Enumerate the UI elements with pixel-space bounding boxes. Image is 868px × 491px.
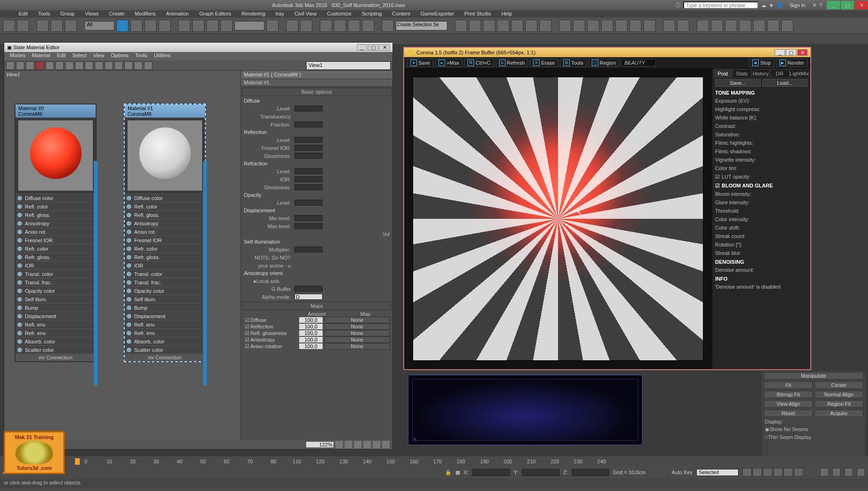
map-checkbox[interactable]: ☑ — [244, 337, 250, 343]
mat1-mr-connection[interactable]: mr Connection — [125, 354, 205, 361]
mat1-slot-11[interactable]: Opacity color — [125, 286, 205, 295]
corona-tab-lightmix[interactable]: LightMix — [789, 69, 809, 78]
mat1-slot-8[interactable]: IOR — [125, 261, 205, 269]
map-amount-input[interactable]: 100,0 — [299, 330, 323, 336]
slate-menu-edit[interactable]: Edit — [54, 52, 68, 60]
mat1-slot-5[interactable]: Fresnel IOR — [125, 236, 205, 244]
slate-zoom-input[interactable]: 122% — [306, 442, 333, 447]
map-slot-button[interactable]: None — [325, 336, 390, 343]
corona-render-view[interactable]: ↖ — [404, 68, 712, 369]
slate-fit-icon[interactable] — [382, 441, 390, 448]
nav-3-button[interactable] — [845, 468, 853, 476]
menu-content[interactable]: Content — [387, 10, 415, 17]
lut-checkbox[interactable]: LUT opacity: — [715, 174, 808, 180]
map-slot-button[interactable]: None — [325, 323, 390, 330]
autokey-button[interactable]: Auto Key — [672, 469, 693, 475]
slate-menu-utilities[interactable]: Utilities — [151, 52, 173, 60]
refl-level-input[interactable] — [294, 137, 323, 143]
slate-layout-icon[interactable] — [373, 441, 380, 448]
exchange-icon[interactable]: ✕ — [812, 2, 816, 8]
curve-editor-button[interactable] — [511, 20, 523, 32]
nav-2-button[interactable] — [832, 468, 841, 476]
material-editor-button[interactable] — [539, 20, 551, 32]
key-mode-button[interactable] — [794, 468, 803, 476]
map-amount-input[interactable]: 100,0 — [299, 324, 323, 329]
scale-button[interactable] — [206, 20, 219, 32]
y-input[interactable] — [522, 469, 559, 476]
menu-edit[interactable]: Edit — [14, 10, 32, 17]
rendered-frame-button[interactable] — [573, 20, 585, 32]
pivot-button[interactable] — [266, 20, 279, 32]
select-by-name-button[interactable] — [130, 20, 143, 32]
slate-dropper-icon[interactable] — [16, 61, 24, 70]
angle-snap-button[interactable] — [334, 20, 346, 32]
corona-close-button[interactable]: ✕ — [797, 49, 808, 56]
slot-port-icon[interactable] — [17, 263, 22, 268]
corona-tab-stats[interactable]: Stats — [732, 69, 752, 78]
mat1-slot-16[interactable]: Refr. env. — [125, 328, 205, 337]
corona-tools-button[interactable]: ⚙Tools — [560, 59, 587, 67]
alpha-mode-dropdown[interactable]: D — [294, 294, 323, 300]
slate-view-tab[interactable]: View1 — [6, 72, 20, 77]
rotate-button[interactable] — [192, 20, 204, 32]
corona-tab-dr[interactable]: DR — [770, 69, 790, 78]
mat0-slot-6[interactable]: Refr. color — [15, 244, 96, 253]
mat1-slot-1[interactable]: Refl. color — [125, 202, 205, 210]
corona-erase-button[interactable]: ✕Erase — [530, 59, 558, 67]
fit-button[interactable]: Fit — [764, 381, 813, 389]
ext-06-button[interactable] — [739, 20, 751, 32]
z-input[interactable] — [572, 469, 609, 476]
mat1-slot-2[interactable]: Refl. gloss. — [125, 210, 205, 219]
acquire-button[interactable]: Acquire — [815, 409, 863, 417]
mat0-slot-3[interactable]: Anisotropy — [15, 219, 96, 227]
corona-tab-post[interactable]: Post — [713, 69, 732, 78]
refl-gloss-input[interactable] — [294, 153, 323, 159]
slot-port-icon[interactable] — [127, 348, 131, 352]
mat1-slot-12[interactable]: Self illum. — [125, 295, 205, 303]
slot-port-icon[interactable] — [127, 221, 131, 226]
min-level-input[interactable] — [294, 215, 323, 221]
corona-maximize-button[interactable]: ▢ — [786, 49, 796, 56]
slot-port-icon[interactable] — [127, 230, 131, 234]
slot-port-icon[interactable] — [17, 272, 22, 276]
slot-port-icon[interactable] — [127, 238, 131, 243]
render-production-button[interactable] — [587, 20, 599, 32]
play-button[interactable] — [763, 468, 772, 476]
slate-bgd-icon[interactable] — [75, 61, 83, 70]
bitmap-fit-button[interactable]: Bitmap Fit — [764, 391, 813, 398]
slate-zoom-icon[interactable] — [345, 441, 352, 448]
mat0-slot-17[interactable]: Absorb. color — [15, 337, 96, 345]
star-icon[interactable]: ★ — [769, 2, 774, 8]
bloom-checkbox[interactable] — [715, 183, 722, 188]
slate-grid-icon[interactable] — [55, 61, 64, 70]
basic-options-header[interactable]: Basic options — [242, 88, 392, 96]
manipulate-button[interactable] — [286, 20, 298, 32]
slot-port-icon[interactable] — [17, 196, 22, 201]
slate-delete-icon[interactable] — [36, 61, 44, 70]
material-node-0[interactable]: Material #0 CoronaMtl Diffuse colorRefl.… — [15, 104, 97, 362]
menu-rendering[interactable]: Rendering — [237, 10, 270, 17]
normal-align-button[interactable]: Normal Align — [815, 391, 863, 398]
mat0-slot-11[interactable]: Opacity color — [15, 286, 96, 295]
slot-port-icon[interactable] — [17, 280, 22, 285]
mat0-slot-0[interactable]: Diffuse color — [15, 193, 96, 202]
gbuffer-input[interactable] — [294, 286, 323, 292]
slot-port-icon[interactable] — [127, 331, 131, 335]
mat0-slot-5[interactable]: Fresnel IOR — [15, 236, 96, 244]
slot-port-icon[interactable] — [127, 289, 131, 293]
axis-gizmo-icon[interactable]: ⤡ — [413, 437, 417, 442]
nav-1-button[interactable] — [820, 468, 829, 476]
mat0-slot-1[interactable]: Refl. color — [15, 202, 96, 210]
map-checkbox[interactable]: ☑ — [244, 330, 250, 336]
mat1-slot-13[interactable]: Bump — [125, 303, 205, 312]
menu-civil-view[interactable]: Civil View — [290, 10, 321, 17]
slot-port-icon[interactable] — [17, 230, 22, 234]
nav-4-button[interactable] — [857, 468, 865, 476]
fresnel-ior-input[interactable] — [294, 145, 323, 151]
slate-menu-tools[interactable]: Tools — [132, 52, 150, 60]
mat0-slot-12[interactable]: Self illum. — [15, 295, 96, 303]
bind-button[interactable] — [65, 20, 77, 32]
slate-pick-icon[interactable] — [6, 61, 15, 70]
unlink-button[interactable] — [51, 20, 63, 32]
slot-port-icon[interactable] — [17, 331, 22, 335]
